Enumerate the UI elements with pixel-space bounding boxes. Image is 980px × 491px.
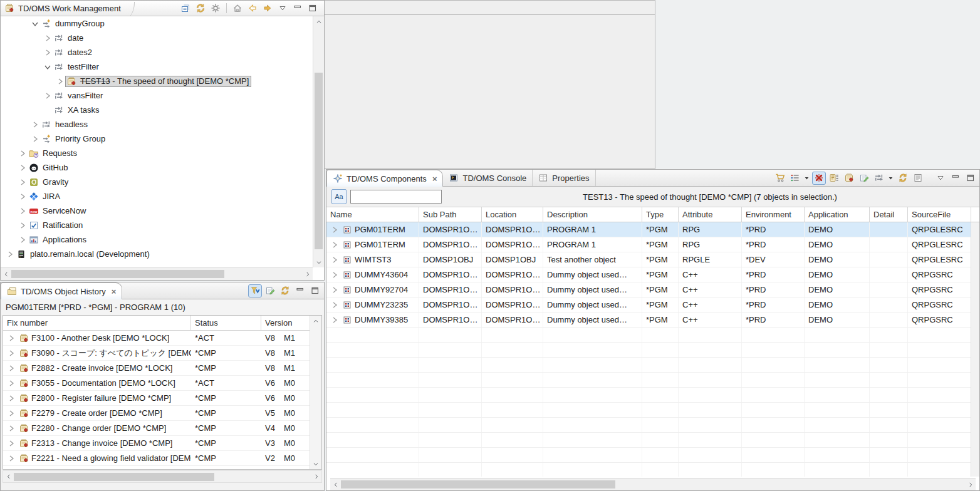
tree-item-applications[interactable]: Applications <box>1 232 313 247</box>
tree-item-testfilter[interactable]: testFilter <box>1 59 313 74</box>
column-header-attribute[interactable]: Attribute <box>679 207 742 222</box>
tree-item-xa[interactable]: XA tasks <box>1 103 313 117</box>
tree-horizontal-scrollbar[interactable] <box>1 267 313 280</box>
close-icon[interactable]: × <box>432 175 437 183</box>
expander-expand-icon[interactable] <box>6 453 16 463</box>
component-row[interactable]: DUMMY92704DOMSPR1O…DOMSPR1O…Dummy object… <box>326 282 971 297</box>
tree-item-content[interactable]: Ratification <box>28 220 85 231</box>
tab-properties[interactable]: Properties <box>533 170 595 186</box>
expander-expand-icon[interactable] <box>6 333 16 343</box>
tree-item-priority[interactable]: Priority Group <box>1 132 313 146</box>
match-case-button[interactable]: Aa <box>331 189 347 204</box>
expander-expand-icon[interactable] <box>42 33 53 43</box>
expander-expand-icon[interactable] <box>17 220 28 230</box>
fix-row[interactable]: F2882 - Create invoice [DEMO *LOCK]*CMPV… <box>3 361 310 376</box>
expander-expand-icon[interactable] <box>17 177 28 187</box>
expander-expand-icon[interactable] <box>17 192 28 202</box>
expander-expand-icon[interactable] <box>17 206 28 216</box>
expander-expand-icon[interactable] <box>6 393 16 403</box>
scroll-right-icon[interactable] <box>302 269 313 279</box>
tree-item-requests[interactable]: ?Requests <box>1 146 313 160</box>
scroll-down-icon[interactable] <box>313 257 324 267</box>
fix-row[interactable]: F2279 - Create order [DEMO *CMP]*CMPV5M0 <box>3 406 310 421</box>
scroll-up-icon[interactable] <box>310 316 321 326</box>
tree-item-content[interactable]: GitHub <box>28 162 70 173</box>
object-history-vertical-scrollbar[interactable] <box>310 316 321 469</box>
edit-button[interactable] <box>263 284 277 297</box>
expander-expand-icon[interactable] <box>6 408 16 418</box>
scroll-left-icon[interactable] <box>1 269 11 279</box>
expander-expand-icon[interactable] <box>329 270 340 280</box>
column-header-type[interactable]: Type <box>642 207 679 222</box>
view-list-menu-button[interactable] <box>803 172 811 185</box>
tree-hscroll-thumb[interactable] <box>11 270 224 278</box>
expander-expand-icon[interactable] <box>17 148 28 158</box>
scroll-left-icon[interactable] <box>330 479 341 490</box>
expander-collapse-icon[interactable] <box>29 19 40 29</box>
tab-object-history[interactable]: TD/OMS Object History × <box>1 282 122 299</box>
collapse-all-button[interactable] <box>179 2 192 15</box>
components-horizontal-scrollbar[interactable] <box>330 478 976 490</box>
column-header-version[interactable]: Version <box>261 316 310 330</box>
tree-item-content[interactable]: vansFilter <box>53 90 105 101</box>
expander-expand-icon[interactable] <box>17 163 28 173</box>
expander-expand-icon[interactable] <box>29 120 40 130</box>
fix-row[interactable]: F2313 - Change invoice [DEMO *CMP]*CMPV3… <box>3 436 310 451</box>
expander-expand-icon[interactable] <box>55 76 65 86</box>
column-header-application[interactable]: Application <box>805 207 870 222</box>
component-row[interactable]: DUMMY39385DOMSPR1O…DOMSPR1O…Dummy object… <box>326 313 971 328</box>
expander-expand-icon[interactable] <box>329 240 340 250</box>
show-log-button[interactable] <box>911 172 925 185</box>
remove-all-button[interactable] <box>812 172 826 185</box>
component-row[interactable]: PGM01TERMDOMSPR1O…DOMSPR1O…PROGRAM 1*PGM… <box>326 237 971 252</box>
tree-item-headless[interactable]: headless <box>1 117 313 132</box>
tree-item-content[interactable]: plato.remain.local (Development) <box>15 249 152 260</box>
maximize-button[interactable] <box>308 284 322 297</box>
column-header-location[interactable]: Location <box>482 207 543 222</box>
object-list-button[interactable] <box>827 172 841 185</box>
tree-item-content[interactable]: headless <box>40 119 90 130</box>
tree-item-plato-remain-local[interactable]: plato.remain.local (Development) <box>1 247 313 261</box>
fix-row[interactable]: F3100 - Another Desk [DEMO *LOCK]*ACTV8M… <box>3 331 310 346</box>
tree-selection[interactable]: TEST13 - The speed of thought [DEMO *CMP… <box>65 76 251 87</box>
tree-item-content[interactable]: Priority Group <box>40 133 108 145</box>
refresh-button[interactable] <box>278 284 292 297</box>
tab-td-oms-components[interactable]: TD/OMS Components× <box>326 170 443 187</box>
component-row[interactable]: PGM01TERMDOMSPR1O…DOMSPR1O…PROGRAM 1*PGM… <box>326 222 971 237</box>
expander-collapse-icon[interactable] <box>42 62 53 72</box>
tree-item-dummygroup[interactable]: dummyGroup <box>1 16 313 31</box>
tree-item-test13[interactable]: TEST13 - The speed of thought [DEMO *CMP… <box>1 74 313 88</box>
fix-row[interactable]: F3055 - Documentation [DEMO *LOCK]*ACTV6… <box>3 376 310 391</box>
expander-expand-icon[interactable] <box>6 468 16 470</box>
minimize-button[interactable] <box>949 172 962 185</box>
home-button[interactable] <box>231 2 244 15</box>
component-filter-button[interactable] <box>872 172 886 185</box>
expander-expand-icon[interactable] <box>329 255 340 265</box>
expander-expand-icon[interactable] <box>6 378 16 388</box>
tree-item-content[interactable]: Gravity <box>28 177 71 188</box>
tree-item-content[interactable]: XA tasks <box>53 105 102 116</box>
column-header-environment[interactable]: Environment <box>742 207 805 222</box>
expander-expand-icon[interactable] <box>42 91 53 101</box>
component-row[interactable]: DUMMY43604DOMSPR1O…DOMSPR1O…Dummy object… <box>326 267 971 282</box>
expander-expand-icon[interactable] <box>329 285 340 295</box>
maximize-button[interactable] <box>306 2 320 15</box>
expander-expand-icon[interactable] <box>29 134 40 144</box>
fix-overview-button[interactable] <box>842 172 856 185</box>
tree-item-dates2[interactable]: dates2 <box>1 45 313 59</box>
tree-item-content[interactable]: testFilter <box>53 61 102 73</box>
column-header-fix-number[interactable]: Fix number <box>3 316 191 330</box>
components-vertical-scrollbar[interactable] <box>971 222 979 477</box>
tab-td-oms-console[interactable]: TD/OMS Console <box>443 170 533 186</box>
expander-expand-icon[interactable] <box>42 48 53 58</box>
tree-item-gravity[interactable]: Gravity <box>1 175 313 189</box>
component-row[interactable]: DUMMY23235DOMSPR1O…DOMSPR1O…Dummy object… <box>326 297 971 313</box>
settings-button[interactable] <box>209 2 222 15</box>
fix-row[interactable]: F2280 - Change order [DEMO *CMP]*CMPV4M0 <box>3 421 310 436</box>
tree-item-content[interactable]: nowServiceNow <box>28 205 88 217</box>
expander-expand-icon[interactable] <box>4 249 15 259</box>
minimize-button[interactable] <box>293 284 307 297</box>
back-button[interactable] <box>246 2 259 15</box>
edit-button[interactable] <box>857 172 871 185</box>
close-icon[interactable]: × <box>112 287 117 296</box>
